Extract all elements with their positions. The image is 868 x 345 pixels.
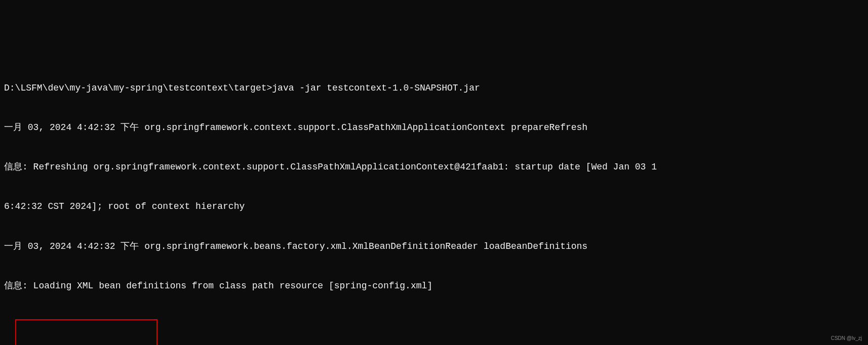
log-line: 信息: Loading XML bean definitions from cl… [4, 279, 864, 292]
watermark: CSDN @lv_zj [831, 335, 862, 342]
highlight-box-1: =================Bean1构造 ===============… [15, 319, 158, 345]
log-line: 一月 03, 2024 4:42:32 下午 org.springframewo… [4, 240, 864, 253]
log-line: 6:42:32 CST 2024]; root of context hiera… [4, 200, 864, 213]
log-line: 信息: Refreshing org.springframework.conte… [4, 160, 864, 174]
terminal-output: D:\LSFM\dev\my-java\my-spring\testcontex… [4, 55, 864, 345]
log-line: 一月 03, 2024 4:42:32 下午 org.springframewo… [4, 121, 864, 134]
command-line: D:\LSFM\dev\my-java\my-spring\testcontex… [4, 81, 864, 95]
